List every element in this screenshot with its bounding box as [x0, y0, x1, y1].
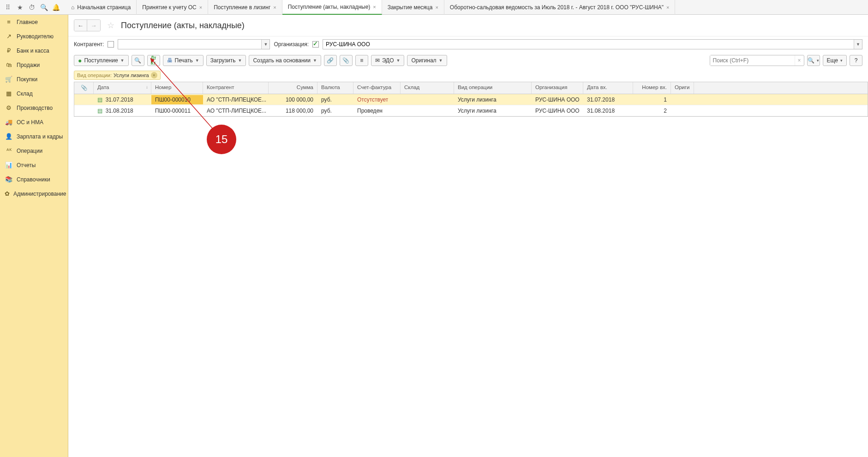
counterparty-combo[interactable]: ▼: [118, 39, 270, 49]
print-button[interactable]: 🖶Печать▼: [163, 55, 204, 66]
col-invoice[interactable]: Счет-фактура: [353, 82, 401, 94]
tab[interactable]: Поступление (акты, накладные)×: [282, 0, 382, 15]
col-currency[interactable]: Валюта: [317, 82, 353, 94]
tab[interactable]: ⌂Начальная страница: [66, 0, 137, 15]
attach-button[interactable]: 📎: [340, 55, 353, 66]
bell-icon[interactable]: 🔔: [50, 1, 62, 13]
sidebar-item[interactable]: 🛍Продажи: [0, 58, 68, 72]
more-button[interactable]: Еще▾: [823, 55, 847, 66]
col-num-in[interactable]: Номер вх.: [633, 82, 671, 94]
edo-button[interactable]: ✉ЭДО▼: [371, 55, 405, 66]
col-original[interactable]: Ориги: [671, 82, 694, 94]
close-icon[interactable]: ×: [199, 5, 202, 10]
sidebar-item[interactable]: ₽Банк и касса: [0, 43, 68, 58]
tab[interactable]: Закрытие месяца×: [382, 0, 444, 15]
tab[interactable]: Оборотно-сальдовая ведомость за Июль 201…: [444, 0, 676, 15]
sidebar-item-label: Покупки: [17, 76, 37, 83]
counterparty-label: Контрагент:: [74, 41, 104, 48]
search-clear-icon[interactable]: ×: [795, 55, 804, 66]
close-icon[interactable]: ×: [373, 4, 376, 10]
table-row[interactable]: ▤ 31.07.2018ПШ00-000010АО "СТП-ЛИПЕЦКОЕ.…: [74, 94, 868, 105]
counterparty-input[interactable]: [118, 40, 261, 49]
chevron-down-icon: ▼: [313, 58, 317, 63]
find-button[interactable]: 🔍: [132, 55, 144, 66]
table-cell: ▤ 31.08.2018: [94, 106, 151, 115]
sidebar-item[interactable]: ✿Администрирование: [0, 186, 68, 201]
chevron-down-icon: ▼: [120, 58, 125, 63]
col-date[interactable]: Дата↓: [94, 82, 151, 94]
favorite-star-icon[interactable]: ☆: [107, 20, 114, 30]
home-icon: ⌂: [71, 4, 74, 11]
annotation-badge: 15: [207, 125, 236, 154]
sidebar-icon: ↗: [5, 33, 13, 40]
sidebar-item-label: Зарплата и кадры: [17, 133, 63, 140]
col-attachment[interactable]: 📎: [74, 82, 94, 94]
counterparty-checkbox[interactable]: [108, 41, 114, 48]
sidebar-item[interactable]: ↗Руководителю: [0, 29, 68, 43]
org-combo[interactable]: ▼: [323, 39, 862, 49]
table-cell: [74, 98, 94, 101]
sidebar-icon: 🚚: [5, 119, 13, 126]
close-icon[interactable]: ×: [666, 5, 669, 10]
sidebar-icon: ⚙: [5, 104, 13, 111]
sidebar-item[interactable]: ᴬᴷОперации: [0, 144, 68, 158]
col-number[interactable]: Номер: [151, 82, 203, 94]
table-row[interactable]: ▤ 31.08.2018ПШ00-000011АО "СТП-ЛИПЕЦКОЕ.…: [74, 105, 868, 116]
sidebar-item-label: Главное: [17, 19, 38, 25]
search-input[interactable]: [710, 55, 795, 66]
col-org[interactable]: Организация: [532, 82, 583, 94]
sidebar-item[interactable]: 👤Зарплата и кадры: [0, 129, 68, 144]
sidebar-item[interactable]: ⚙Производство: [0, 101, 68, 115]
sidebar-item[interactable]: 🛒Покупки: [0, 72, 68, 86]
link-button[interactable]: 🔗: [324, 55, 337, 66]
search-icon[interactable]: 🔍: [38, 1, 50, 13]
sidebar-item-label: Производство: [17, 105, 53, 111]
original-button[interactable]: Оригинал▼: [407, 55, 447, 66]
envelope-icon: ✉: [375, 57, 380, 64]
col-date-in[interactable]: Дата вх.: [583, 82, 633, 94]
apps-icon[interactable]: ⠿: [2, 1, 14, 13]
sidebar-icon: 🛍: [5, 61, 13, 68]
document-icon: ▤: [97, 96, 102, 103]
counterparty-dropdown-icon[interactable]: ▼: [261, 40, 269, 49]
col-optype[interactable]: Вид операции: [454, 82, 532, 94]
back-button[interactable]: ←: [74, 20, 87, 31]
sidebar: ≡Главное↗Руководителю₽Банк и касса🛍Прода…: [0, 15, 68, 457]
table-cell: ▤ 31.07.2018: [94, 95, 151, 104]
close-icon[interactable]: ×: [273, 5, 276, 10]
sidebar-item-label: Банк и касса: [17, 48, 49, 54]
sidebar-item[interactable]: 🚚ОС и НМА: [0, 115, 68, 129]
table-cell: Услуги лизинга: [454, 106, 532, 115]
table-cell: ПШ00-000010: [151, 95, 203, 104]
org-checkbox[interactable]: [312, 41, 319, 48]
load-button[interactable]: Загрузить▼: [206, 55, 246, 66]
col-counterparty[interactable]: Контрагент: [203, 82, 269, 94]
search-box[interactable]: ×: [710, 55, 804, 66]
help-button[interactable]: ?: [850, 55, 862, 66]
sidebar-item[interactable]: 📊Отчеты: [0, 158, 68, 172]
search-mode-button[interactable]: 🔍▾: [807, 55, 820, 66]
create-button[interactable]: ●Поступление▼: [74, 55, 129, 66]
tab-label: Поступление в лизинг: [214, 4, 270, 11]
history-icon[interactable]: ⏱: [26, 1, 38, 13]
col-warehouse[interactable]: Склад: [401, 82, 454, 94]
tab[interactable]: Принятие к учету ОС×: [137, 0, 208, 15]
sidebar-item-label: Продажи: [17, 62, 40, 68]
list-button[interactable]: ≡: [355, 55, 368, 66]
chevron-down-icon: ▼: [439, 58, 443, 63]
forward-button[interactable]: →: [87, 20, 100, 31]
star-icon[interactable]: ★: [14, 1, 26, 13]
dk-button[interactable]: ДтКт: [147, 55, 160, 66]
create-based-button[interactable]: Создать на основании▼: [249, 55, 321, 66]
sidebar-item[interactable]: ≡Главное: [0, 15, 68, 29]
sidebar-icon: 📊: [5, 162, 13, 168]
col-sum[interactable]: Сумма: [269, 82, 317, 94]
close-icon[interactable]: ×: [435, 5, 438, 10]
filter-pill[interactable]: Вид операции: Услуги лизинга ×: [74, 71, 161, 80]
filter-pill-remove-icon[interactable]: ×: [151, 72, 157, 78]
sidebar-item[interactable]: 📚Справочники: [0, 172, 68, 186]
sidebar-item[interactable]: ▦Склад: [0, 86, 68, 101]
tab[interactable]: Поступление в лизинг×: [208, 0, 282, 15]
org-input[interactable]: [323, 40, 854, 49]
org-dropdown-icon[interactable]: ▼: [854, 40, 862, 49]
